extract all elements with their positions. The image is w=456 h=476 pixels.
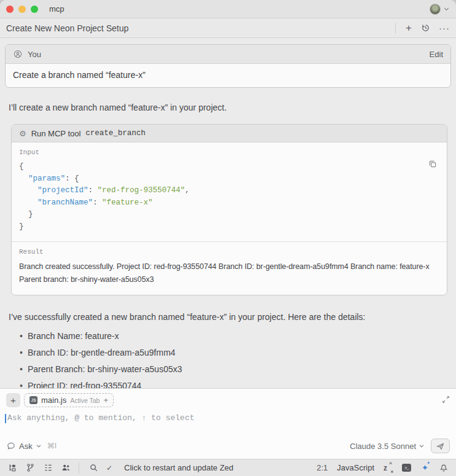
- context-active-tab-badge: Active Tab: [70, 397, 100, 404]
- user-message-header: You Edit: [6, 45, 450, 64]
- title-bar: mcp: [0, 0, 456, 18]
- message-input[interactable]: Ask anything, @ to mention, ↑ to select: [0, 407, 456, 439]
- tab-bar: Create New Neon Project Setup + ···: [0, 18, 456, 38]
- user-message-text[interactable]: Create a branch named “feature-x”: [6, 64, 450, 87]
- context-file-name: main.js: [41, 396, 66, 405]
- user-message-card: You Edit Create a branch named “feature-…: [5, 44, 451, 88]
- chevron-down-icon: [419, 443, 425, 449]
- message-input-placeholder: Ask anything, @ to mention, ↑ to select: [7, 413, 194, 423]
- role-label: You: [28, 50, 41, 59]
- detail-list-item: Branch ID: br-gentle-dream-a5u9fmm4: [20, 348, 447, 357]
- bell-icon[interactable]: [439, 463, 449, 473]
- add-context-button[interactable]: +: [6, 393, 20, 407]
- model-selector[interactable]: Claude 3.5 Sonnet: [350, 442, 425, 451]
- javascript-file-icon: JS: [29, 396, 37, 404]
- language-selector[interactable]: JavaScript: [337, 463, 374, 472]
- detail-list-item: Branch Name: feature-x: [20, 331, 447, 341]
- tool-input-code: { "params": { "projectId": "red-frog-935…: [19, 161, 439, 233]
- update-zed-button[interactable]: Click to restart and update Zed: [124, 463, 234, 472]
- details-list: Branch Name: feature-xBranch ID: br-gent…: [20, 331, 447, 388]
- detail-list-item: Parent Branch: br-shiny-water-a5us05x3: [20, 364, 447, 374]
- zed-window: mcp Create New Neon Project Setup + ···: [0, 0, 456, 476]
- model-name: Claude 3.5 Sonnet: [350, 442, 416, 451]
- zoom-window-button[interactable]: [31, 6, 38, 13]
- edit-button[interactable]: Edit: [430, 50, 443, 59]
- tool-input-section: Input { "params": { "projectId": "red-fr…: [12, 142, 447, 241]
- assistant-sparkle-icon[interactable]: ✦✦: [420, 463, 430, 472]
- send-button[interactable]: [431, 439, 450, 453]
- history-icon[interactable]: [420, 23, 430, 33]
- chevron-down-icon: [36, 443, 42, 449]
- mode-label: Ask: [19, 442, 33, 451]
- diagnostics-check-icon[interactable]: ✓: [106, 464, 112, 472]
- mode-shortcut: ⌘I: [47, 442, 57, 450]
- edit-prediction-icon[interactable]: z˄: [383, 464, 393, 472]
- assistant-summary-intro: I’ve successfully created a new branch n…: [9, 311, 447, 323]
- chat-bubble-icon: [6, 441, 16, 451]
- status-bar: ✓ Click to restart and update Zed 2:1 Ja…: [0, 459, 456, 476]
- close-window-button[interactable]: [6, 6, 14, 13]
- detail-list-item: Project ID: red-frog-93550744: [20, 381, 447, 388]
- result-label: Result: [19, 248, 439, 256]
- mcp-tool-card: ⚙ Run MCP tool create_branch Input { "pa…: [11, 124, 447, 295]
- expand-composer-button[interactable]: [442, 396, 450, 405]
- composer-controls-row: Ask ⌘I Claude 3.5 Sonnet: [0, 439, 456, 459]
- gear-icon: ⚙: [19, 129, 26, 138]
- project-panel-icon[interactable]: [7, 463, 17, 473]
- account-menu[interactable]: [430, 4, 450, 15]
- mode-selector[interactable]: Ask ⌘I: [6, 441, 57, 451]
- context-chip-main-js[interactable]: JS main.js Active Tab +: [24, 393, 114, 407]
- tab-bar-actions: + ···: [395, 23, 450, 34]
- mcp-tool-header[interactable]: ⚙ Run MCP tool create_branch: [12, 125, 447, 142]
- chevron-down-icon: [443, 6, 450, 12]
- copy-button[interactable]: [428, 160, 437, 170]
- context-add-icon[interactable]: +: [103, 396, 108, 405]
- composer-context-row: + JS main.js Active Tab +: [0, 389, 456, 407]
- tool-result-text: Branch created successfully. Project ID:…: [19, 260, 439, 286]
- search-icon[interactable]: [88, 463, 98, 473]
- input-label: Input: [19, 149, 439, 156]
- git-branch-icon[interactable]: [25, 463, 35, 473]
- divider: [395, 23, 396, 34]
- tab-thread-title[interactable]: Create New Neon Project Setup: [6, 23, 128, 33]
- collab-panel-icon[interactable]: [61, 463, 71, 473]
- window-title: mcp: [49, 4, 65, 14]
- chat-panel: You Edit Create a branch named “feature-…: [0, 38, 456, 388]
- tool-name: create_branch: [85, 129, 146, 138]
- tool-result-section: Result Branch created successfully. Proj…: [12, 241, 447, 295]
- tool-header-label: Run MCP tool: [31, 129, 81, 138]
- divider: [79, 462, 79, 474]
- window-controls: [6, 6, 38, 13]
- cursor-position[interactable]: 2:1: [316, 463, 328, 472]
- text-cursor: [5, 414, 6, 423]
- message-composer: + JS main.js Active Tab + Ask anything, …: [0, 388, 456, 459]
- outline-panel-icon[interactable]: [43, 463, 53, 473]
- more-options-icon[interactable]: ···: [439, 23, 450, 33]
- assistant-intro-text: I’ll create a new branch named “feature-…: [9, 101, 447, 114]
- user-icon: [13, 49, 23, 59]
- minimize-window-button[interactable]: [18, 6, 26, 13]
- terminal-icon[interactable]: >_: [402, 464, 411, 472]
- new-thread-button[interactable]: +: [406, 23, 412, 33]
- avatar[interactable]: [430, 4, 441, 15]
